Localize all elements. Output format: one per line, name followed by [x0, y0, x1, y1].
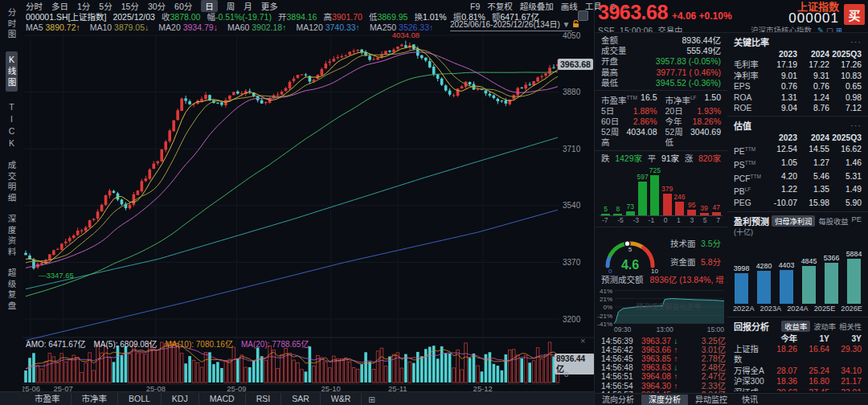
earnings-tab-每股收益[interactable]: 每股收益 — [818, 215, 848, 227]
bottom-tab-流向分析[interactable]: 流向分析 — [595, 395, 641, 405]
tick-row: 14:56:483963.63↓2.48亿 — [595, 363, 727, 372]
up-arrow-icon: ↑ — [671, 346, 681, 354]
more-icon[interactable]: ··· — [850, 37, 862, 47]
svg-text:3540: 3540 — [563, 201, 581, 210]
period-tab-15分[interactable]: 15分 — [121, 0, 139, 12]
table-row-净利率: 净利率9.019.3110.83 — [727, 71, 868, 81]
quote-row-成交量: 成交量555.49亿 — [595, 46, 727, 56]
earnings-bar: 3998 — [733, 264, 750, 304]
bottom-tab-快讯[interactable]: 快讯 — [735, 395, 765, 405]
market-breadth-row: 跌1429家 平91家 涨820家 — [595, 153, 727, 164]
returns-tab-收益率[interactable]: 收益率 — [781, 321, 810, 332]
table-header: 202320242025Q3 — [727, 49, 868, 59]
tool-F9[interactable]: F9 — [470, 2, 480, 11]
hist-axis-label: -1 — [649, 216, 655, 225]
table-row-毛利率: 毛利率17.1917.2217.26 — [727, 59, 868, 70]
sidebar-item-TICK[interactable]: TICK — [6, 102, 17, 150]
sidebar-item-深度资料[interactable]: 深度资料 — [6, 215, 17, 258]
indicator-tab-KDJ[interactable]: KDJ — [162, 393, 199, 405]
hist-axis-label: 5 — [703, 216, 707, 225]
svg-text:09:30: 09:30 — [614, 325, 632, 333]
svg-text:0%: 0% — [603, 304, 612, 311]
forecast-turnover-value: 8936亿 (13.84%, 增 1086亿) — [650, 274, 728, 285]
returns-row-上证指数: 上证指数18.2616.6429.30 — [727, 344, 868, 366]
hist-axis-label: 0 — [664, 216, 668, 225]
instrument-block: 上证指数 000001 — [788, 2, 839, 25]
svg-text:25-09: 25-09 — [227, 384, 246, 391]
unchanged-count: 91家 — [661, 153, 679, 164]
ma-legend-MA10: MA10 3879.05↓ — [90, 22, 149, 32]
table-row-ROA: ROA1.311.240.98 — [727, 92, 868, 103]
indicator-tab-BOLL[interactable]: BOLL — [118, 393, 162, 405]
indicator-tab-RSI[interactable]: RSI — [246, 393, 282, 405]
histogram-bar: 8 — [612, 206, 624, 215]
table-row-PS: PSTTM1.051.271.46 — [727, 158, 868, 171]
volume-axis-zero: 0 — [564, 370, 568, 378]
svg-text:25-06: 25-06 — [23, 384, 40, 391]
indicator-tab-市净率[interactable]: 市净率 — [72, 393, 119, 405]
bar-date: 2025/12/03 — [113, 12, 155, 22]
quote-row-最低: 最低3945.52 (-0.36%) — [595, 78, 727, 88]
returns-tab-相关性[interactable]: 相关性 — [839, 321, 862, 332]
tick-row: 14:56:393963.37↓3.25亿 — [595, 337, 727, 346]
hist-axis-label: -3 — [633, 216, 639, 225]
down-arrow-icon: ↓ — [671, 363, 681, 372]
earnings-bar: 4845 — [800, 257, 817, 303]
date-range-selector[interactable]: 2025/06/16-2025/12/26(134日) ▼ — [450, 18, 572, 31]
sidebar-item-K线图[interactable]: K线图 — [6, 51, 18, 92]
bottom-tab-深度分析[interactable]: 深度分析 — [641, 395, 688, 405]
date-range-text: 2025/06/16-2025/12/26(134日) — [450, 20, 560, 29]
ma-legend-bar: MA5 3890.72↑MA10 3879.05↓MA20 3934.79↓MA… — [26, 22, 433, 32]
svg-text:0: 0 — [608, 268, 612, 274]
field-低: 低3869.95 — [369, 10, 407, 22]
quote-row-金额: 金额8936.44亿 — [595, 35, 727, 46]
buy-button[interactable]: 买 — [844, 4, 865, 25]
close-icon[interactable]: × — [580, 337, 585, 345]
field-幅: 幅-0.51%(-19.71) — [207, 10, 272, 22]
sidebar-item-分时图[interactable]: 分时图 — [6, 8, 17, 41]
returns-analysis-section: 回报分析收益率波动率相关性今年1Y3Y上证指数18.2616.6429.30万得… — [727, 317, 868, 391]
sentiment-gauge: 01054.6 — [598, 231, 665, 274]
quote-row2: 52周高4034.0852周低3040.69 — [595, 127, 727, 148]
earnings-unit: (十亿) — [727, 228, 868, 236]
more-icon[interactable]: ··· — [850, 121, 862, 130]
histogram-bar: 725 — [649, 167, 661, 215]
lock-icon[interactable] — [572, 20, 579, 28]
earnings-forecast-section: 盈利预测 归母净利润每股收益PE (十亿) 399842804403484553… — [727, 212, 868, 317]
returns-tab-波动率[interactable]: 波动率 — [813, 321, 836, 332]
earnings-tab-归母净利润[interactable]: 归母净利润 — [772, 215, 816, 227]
indicator-tab-MACD[interactable]: MACD — [199, 393, 246, 405]
earnings-bar: 5884 — [845, 250, 862, 304]
indicator-tab-bar: 市盈率市净率BOLLKDJMACDRSISARW&R⊞ — [0, 391, 594, 405]
add-indicator-button[interactable]: ⊞ — [362, 395, 382, 404]
bottom-tab-异动监控[interactable]: 异动监控 — [688, 395, 735, 405]
ma-legend-MA20: MA20 3934.79↓ — [158, 22, 218, 32]
histogram-bar: 246 — [674, 194, 686, 215]
earnings-category: 2023A — [760, 305, 782, 313]
symbol-label: 000001.SH[上证指数] — [26, 10, 106, 22]
earnings-tab-PE[interactable]: PE — [852, 215, 862, 227]
ma-legend-MA60: MA60 3902.18↑ — [227, 22, 287, 32]
svg-text:10: 10 — [651, 268, 658, 274]
sidebar-item-成交明细[interactable]: 成交明细 — [6, 161, 17, 204]
earnings-bar: 4403 — [778, 261, 795, 304]
indicator-tab-SAR[interactable]: SAR — [281, 393, 321, 405]
sidebar-item-超级复盘[interactable]: 超级复盘 — [6, 268, 17, 312]
svg-text:-41%: -41% — [597, 320, 612, 327]
tool-画线[interactable]: 画线 — [561, 0, 578, 12]
svg-text:3200: 3200 — [563, 315, 581, 324]
quote-detail-panel: 金额8936.44亿成交量555.49亿开盘3957.83 (-0.05%)最高… — [595, 32, 727, 405]
svg-text:5: 5 — [628, 246, 633, 253]
breadth-histogram: 5873597725379246953947 -7-5-3-101357 — [595, 164, 727, 225]
earnings-bar: 4280 — [755, 262, 772, 304]
svg-text:21%: 21% — [600, 295, 612, 302]
candlestick-chart-area[interactable]: 3963.68 8936.44亿 0 × AMO: 6471.67亿MA(5):… — [23, 32, 595, 391]
quote-row-开盘: 开盘3957.83 (-0.05%) — [595, 56, 727, 67]
indicator-tab-市盈率[interactable]: 市盈率 — [24, 393, 72, 405]
chevron-down-icon[interactable]: ▼ — [563, 20, 571, 29]
indicator-tab-W&R[interactable]: W&R — [321, 393, 362, 405]
table-row-PCF: PCFTTM4.205.465.31 — [727, 171, 868, 185]
earnings-category: 2025E — [814, 305, 836, 313]
ma-legend-MA250: MA250 3526.33↑ — [370, 22, 433, 32]
field-开: 开3894.16 — [278, 10, 317, 22]
